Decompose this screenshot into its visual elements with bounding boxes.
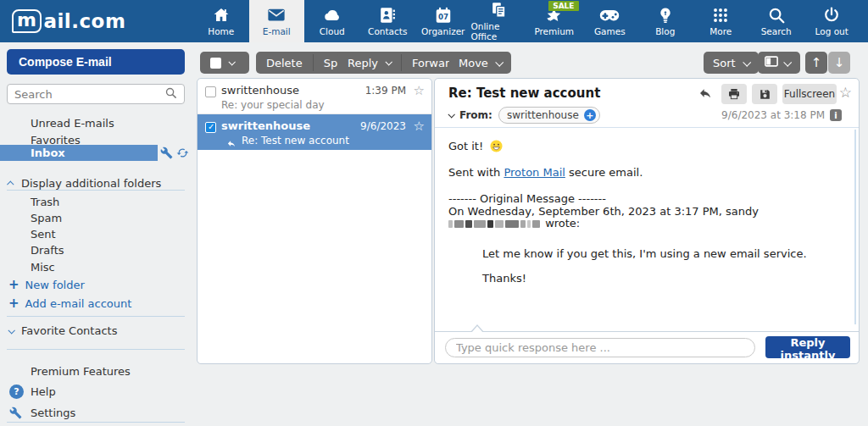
original-message-separator: ------- Original Message -------: [448, 192, 606, 205]
sort-button[interactable]: Sort: [704, 52, 759, 74]
select-all-dropdown[interactable]: [200, 52, 249, 74]
print-button[interactable]: [721, 84, 747, 104]
help-icon: ?: [9, 385, 24, 399]
divider: [7, 190, 185, 191]
message-date: 9/6/2023 at 3:18 PM: [721, 109, 825, 121]
svg-text:07: 07: [438, 13, 448, 21]
quoted-message-line: Thanks!: [482, 272, 526, 285]
move-button[interactable]: Move: [449, 52, 511, 74]
nav-organizer[interactable]: 07 Organizer: [415, 0, 471, 42]
nav-premium[interactable]: SALE Premium: [526, 0, 582, 42]
add-contact-icon[interactable]: +: [584, 109, 596, 121]
add-email-account-button[interactable]: +Add e-mail account: [8, 296, 131, 312]
message-line: Got it!: [448, 140, 503, 155]
plus-icon: +: [8, 297, 19, 310]
search-icon: [767, 6, 786, 25]
select-all-checkbox[interactable]: [210, 58, 221, 69]
email-checkbox[interactable]: [205, 86, 216, 97]
sidebar-item-help[interactable]: ? Help: [0, 384, 192, 400]
reply-forward-group: Reply Forward: [337, 52, 466, 74]
sidebar-item-premium-features[interactable]: Premium Features: [0, 363, 192, 379]
sidebar-item-unread[interactable]: Unread E-mails: [0, 115, 192, 131]
nav-search[interactable]: Search: [748, 0, 804, 42]
chevron-down-icon[interactable]: [448, 111, 454, 118]
chevron-down-icon: [495, 58, 504, 66]
email-list-item-selected[interactable]: swrittenhouse 9/6/2023 ☆ Re: Test new ac…: [198, 114, 431, 150]
sidebar-folder-sent[interactable]: Sent: [0, 226, 192, 242]
quote-header: On Wednesday, September 6th, 2023 at 3:1…: [448, 205, 759, 218]
search-icon[interactable]: [164, 86, 177, 102]
email-checkbox[interactable]: [205, 122, 216, 133]
gamepad-icon: [598, 6, 620, 25]
reply-icon[interactable]: [698, 86, 713, 103]
fullscreen-button[interactable]: Fullscreen: [782, 84, 837, 104]
quick-reply-input[interactable]: [445, 338, 755, 357]
nav-email[interactable]: E-mail: [249, 0, 305, 42]
divider: [7, 316, 185, 317]
compose-email-button[interactable]: Compose E-mail: [7, 49, 185, 75]
top-navigation: mail.com Home E-mail Cloud Contacts 07: [0, 0, 868, 42]
email-list-item[interactable]: swrittenhouse 1:39 PM ☆ Re: your special…: [198, 79, 431, 114]
nav-more[interactable]: More: [693, 0, 749, 42]
nav-logout[interactable]: Log out: [804, 0, 860, 42]
replied-arrow-icon: [226, 136, 236, 152]
sale-badge: SALE: [548, 1, 578, 11]
contacts-icon: [378, 6, 397, 25]
sender-contact-pill[interactable]: swrittenhouse +: [498, 107, 600, 124]
reply-button[interactable]: Reply: [337, 52, 401, 74]
email-icon: [266, 6, 287, 25]
sidebar-folder-trash[interactable]: Trash: [0, 194, 192, 210]
quick-reply-bar: Reply instantly: [435, 331, 859, 363]
mailcom-logo[interactable]: mail.com: [12, 9, 125, 33]
scroll-down-button[interactable]: ↓: [828, 52, 850, 74]
info-icon[interactable]: i: [830, 109, 842, 121]
divider: [435, 127, 859, 128]
new-folder-button[interactable]: +New folder: [8, 277, 85, 293]
power-icon: [822, 6, 841, 25]
nav-blog[interactable]: Blog: [637, 0, 693, 42]
chevron-up-icon: [7, 180, 14, 187]
nav-contacts[interactable]: Contacts: [360, 0, 416, 42]
nav-online-office[interactable]: Online Office: [471, 0, 527, 42]
reading-pane: Re: Test new account Fullscreen ☆ From: …: [434, 78, 860, 364]
redacted-email-address: wrote:: [448, 217, 580, 230]
scroll-up-button[interactable]: ↑: [805, 52, 827, 74]
logo-text: ail.com: [43, 10, 125, 32]
sidebar-item-settings[interactable]: Settings: [0, 405, 192, 421]
search-input[interactable]: [14, 88, 164, 101]
columns-icon: [765, 56, 778, 69]
favorite-star-icon[interactable]: ☆: [414, 83, 425, 98]
sidebar-item-inbox[interactable]: Inbox: [0, 145, 158, 161]
reply-instantly-button[interactable]: Reply instantly: [765, 336, 850, 358]
documents-icon: [489, 1, 509, 19]
mailcom-app: mail.com Home E-mail Cloud Contacts 07: [0, 0, 868, 426]
nav-home[interactable]: Home: [193, 0, 249, 42]
from-row: From: swrittenhouse +: [448, 107, 600, 124]
sidebar-search: [7, 84, 185, 104]
favorite-star-icon[interactable]: ☆: [839, 84, 852, 102]
scrollbar[interactable]: [854, 130, 856, 324]
sidebar-folder-drafts[interactable]: Drafts: [0, 242, 192, 258]
inbox-refresh-icon[interactable]: [175, 146, 190, 160]
favorite-star-icon[interactable]: ☆: [414, 119, 425, 134]
nav-items: Home E-mail Cloud Contacts 07 Organizer …: [193, 0, 860, 42]
grid-dots-icon: [711, 6, 730, 25]
nav-cloud[interactable]: Cloud: [304, 0, 360, 42]
sidebar-folder-spam[interactable]: Spam: [0, 210, 192, 226]
inbox-settings-wrench-icon[interactable]: [159, 146, 174, 160]
lightbulb-icon: [656, 6, 675, 25]
favorite-contacts-toggle[interactable]: Favorite Contacts: [8, 323, 117, 339]
save-button[interactable]: [752, 84, 777, 104]
quoted-message-line: Let me know if you get this, I'm using a…: [482, 247, 807, 260]
logo-m-bubble: m: [12, 9, 42, 33]
message-subject: Re: Test new account: [448, 86, 600, 101]
chevron-down-icon: [743, 58, 751, 66]
wrench-icon: [9, 407, 22, 419]
divider: [7, 349, 185, 350]
nav-games[interactable]: Games: [582, 0, 638, 42]
sidebar-folder-misc[interactable]: Misc: [0, 259, 192, 275]
layout-columns-button[interactable]: [758, 52, 800, 74]
delete-button[interactable]: Delete: [256, 52, 313, 74]
proton-mail-link[interactable]: Proton Mail: [504, 166, 565, 179]
cloud-icon: [322, 6, 342, 25]
